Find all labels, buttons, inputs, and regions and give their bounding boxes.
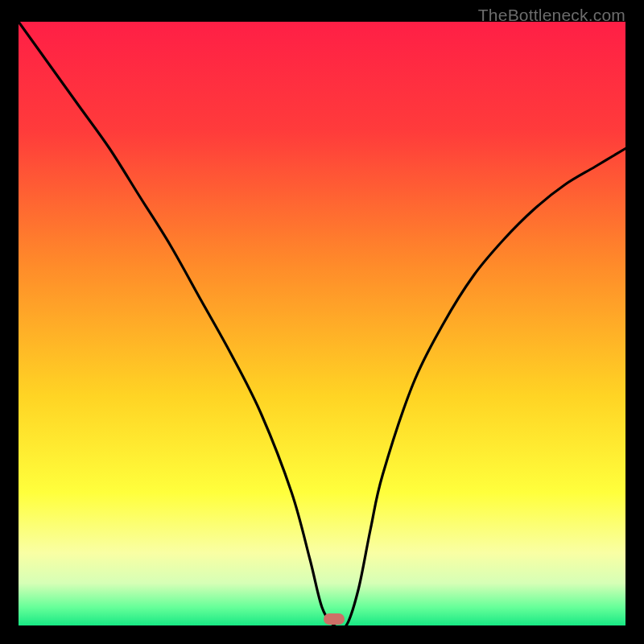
chart-frame: TheBottleneck.com bbox=[0, 0, 644, 644]
watermark-text: TheBottleneck.com bbox=[478, 6, 625, 25]
bottleneck-curve bbox=[19, 22, 625, 625]
plot-area bbox=[19, 22, 625, 625]
optimal-marker bbox=[324, 613, 345, 625]
